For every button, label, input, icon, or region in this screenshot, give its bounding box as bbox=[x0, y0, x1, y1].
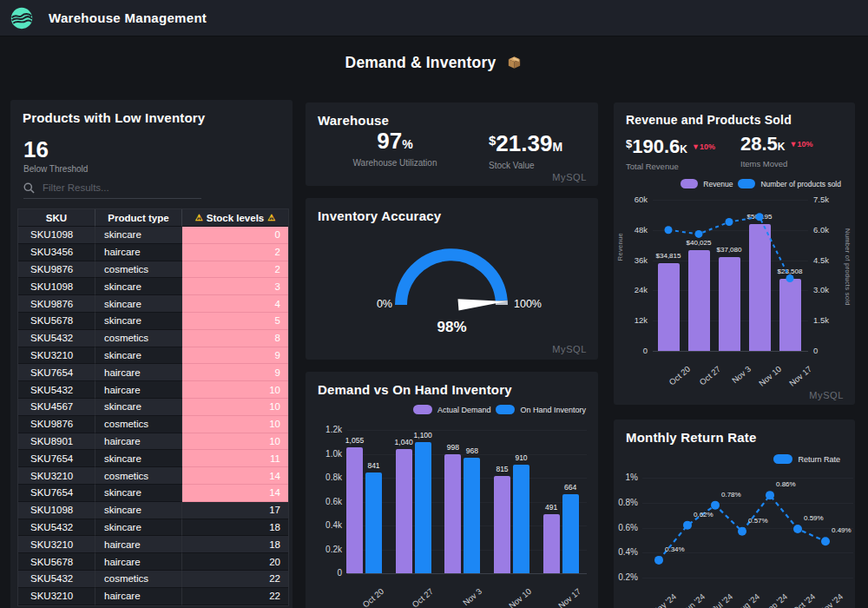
stock-level-cell: 17 bbox=[182, 502, 288, 519]
right-axis-tick: 6.0k bbox=[813, 225, 843, 235]
on-hand-inventory-bar[interactable] bbox=[415, 442, 431, 573]
stock-value-label: Stock Value bbox=[489, 161, 562, 170]
on-hand-inventory-bar[interactable] bbox=[365, 473, 382, 573]
stock-level-cell: 22 bbox=[182, 588, 288, 605]
table-row: SKU5678skincare5 bbox=[18, 313, 288, 330]
sku-cell: SKU7654 bbox=[18, 364, 95, 381]
col-header-stock-levels[interactable]: ⚠Stock levels⚠ bbox=[182, 209, 288, 227]
table-row: SKU7654skincare14 bbox=[18, 485, 288, 502]
sku-cell: SKU8901 bbox=[18, 433, 95, 451]
actual-demand-bar[interactable] bbox=[494, 476, 510, 573]
table-row: SKU5432haircare10 bbox=[18, 381, 288, 399]
table-row: SKU5678haircare20 bbox=[18, 553, 288, 571]
product-type-cell: skincare bbox=[95, 485, 182, 502]
table-row: SKU9876cosmetics10 bbox=[18, 416, 288, 433]
line-data-point[interactable] bbox=[821, 537, 830, 545]
line-data-point[interactable] bbox=[726, 218, 733, 226]
sku-cell: SKU3210 bbox=[18, 588, 95, 605]
gridline bbox=[347, 573, 587, 574]
revenue-bar[interactable] bbox=[749, 224, 771, 351]
point-value-label: 0.62% bbox=[694, 511, 713, 519]
y-axis-tick: 1.2k bbox=[306, 425, 342, 434]
source-badge: MySQL bbox=[809, 390, 844, 400]
sku-cell: SKU9876 bbox=[18, 295, 95, 313]
table-row: SKU9876cosmetics2 bbox=[18, 261, 288, 279]
product-type-cell: cosmetics bbox=[95, 261, 182, 279]
filter-input[interactable] bbox=[41, 182, 192, 194]
warning-icon: ⚠ bbox=[267, 213, 275, 222]
on-hand-inventory-bar[interactable] bbox=[513, 465, 529, 573]
bar-value-label: 1,100 bbox=[404, 431, 442, 439]
sku-cell: SKU3210 bbox=[18, 467, 95, 485]
table-row: SKU4567skincare10 bbox=[18, 399, 288, 416]
revenue-chart-plot: 0012k1.5k24k3.0k36k4.5k48k6.0k60k7.5k$34… bbox=[614, 102, 855, 405]
low-inventory-title: Products with Low Inventory bbox=[23, 110, 205, 125]
demand-vs-inventory-panel: Demand vs On Hand Inventory Actual Deman… bbox=[306, 372, 598, 608]
left-axis-tick: 0 bbox=[619, 346, 648, 355]
warehouse-utilization-label: Warehouse Utilization bbox=[330, 158, 460, 168]
line-data-point[interactable] bbox=[793, 525, 802, 533]
y-axis-tick: 0.2k bbox=[306, 545, 342, 554]
sku-cell: SKU5678 bbox=[18, 313, 95, 330]
sku-cell: SKU5432 bbox=[18, 381, 95, 399]
product-type-cell: haircare bbox=[95, 536, 182, 553]
warehouse-panel: Warehouse 97% Warehouse Utilization $21.… bbox=[306, 102, 598, 186]
stock-level-cell: 10 bbox=[182, 416, 288, 433]
stock-level-cell: 20 bbox=[182, 553, 288, 571]
point-value-label: 0.78% bbox=[721, 491, 741, 499]
product-type-cell: haircare bbox=[95, 588, 182, 605]
gridline bbox=[642, 503, 853, 504]
bar-value-label: 968 bbox=[453, 446, 491, 455]
revenue-bar[interactable] bbox=[658, 263, 680, 351]
gridline bbox=[642, 528, 853, 529]
page-title: Demand & Inventory bbox=[0, 54, 868, 72]
stock-level-cell: 2 bbox=[182, 244, 288, 261]
stock-level-cell: 11 bbox=[182, 450, 288, 467]
product-type-cell: skincare bbox=[95, 450, 182, 467]
left-axis-tick: 48k bbox=[619, 225, 648, 235]
on-hand-inventory-bar[interactable] bbox=[464, 458, 480, 573]
low-inventory-table-body: SKU1098skincare0SKU3456haircare2SKU9876c… bbox=[18, 227, 288, 605]
left-axis-tick: 60k bbox=[619, 195, 648, 204]
actual-demand-bar[interactable] bbox=[444, 454, 461, 573]
revenue-products-panel: Revenue and Products Sold $190.6K▼10% To… bbox=[614, 102, 855, 405]
line-data-point[interactable] bbox=[654, 556, 663, 565]
sku-cell: SKU3456 bbox=[18, 244, 95, 261]
sku-cell: SKU1098 bbox=[18, 278, 95, 295]
y-axis-tick: 0.4k bbox=[306, 520, 342, 530]
y-axis-tick: 1% bbox=[614, 473, 638, 482]
y-axis-tick: 0.8k bbox=[306, 473, 342, 482]
stock-level-cell: 3 bbox=[182, 278, 288, 295]
revenue-bar[interactable] bbox=[688, 250, 710, 351]
on-hand-inventory-bar[interactable] bbox=[562, 494, 579, 573]
col-header-product-type[interactable]: Product type bbox=[95, 209, 182, 227]
stock-level-cell: 10 bbox=[182, 399, 288, 416]
point-value-label: 0.86% bbox=[776, 480, 796, 488]
gauge-value-label: 98% bbox=[306, 319, 598, 336]
bar-value-label: $28,508 bbox=[767, 268, 812, 275]
product-type-cell: skincare bbox=[95, 399, 182, 416]
line-data-point[interactable] bbox=[695, 230, 703, 238]
actual-demand-bar[interactable] bbox=[396, 449, 412, 573]
stock-level-cell: 14 bbox=[182, 485, 288, 502]
gauge-max-label: 100% bbox=[514, 298, 542, 310]
sku-cell: SKU4567 bbox=[18, 399, 95, 416]
sku-cell: SKU1098 bbox=[18, 502, 95, 519]
actual-demand-bar[interactable] bbox=[543, 514, 560, 573]
product-type-cell: cosmetics bbox=[95, 571, 182, 588]
stock-level-cell: 14 bbox=[182, 467, 288, 485]
revenue-bar[interactable] bbox=[779, 279, 801, 351]
line-data-point[interactable] bbox=[766, 491, 774, 499]
filter-field[interactable] bbox=[23, 182, 201, 199]
stock-level-cell: 10 bbox=[182, 381, 288, 399]
table-row: SKU5432cosmetics8 bbox=[18, 330, 288, 347]
x-axis-label: May '24 bbox=[635, 591, 678, 608]
x-axis-label: Oct 27 bbox=[390, 586, 435, 608]
table-row: SKU1098skincare0 bbox=[18, 227, 288, 244]
low-inventory-panel: Products with Low Inventory 16 Below Thr… bbox=[10, 100, 293, 608]
table-row: SKU8901haircare10 bbox=[18, 433, 288, 451]
sku-cell: SKU5678 bbox=[18, 553, 95, 571]
revenue-bar[interactable] bbox=[719, 257, 740, 351]
right-axis-tick: 0 bbox=[813, 346, 843, 355]
col-header-sku[interactable]: SKU bbox=[18, 209, 95, 227]
